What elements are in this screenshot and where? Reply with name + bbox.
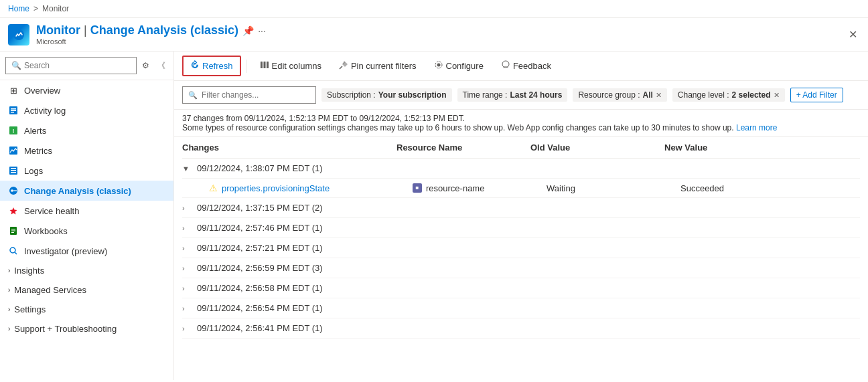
edit-columns-button[interactable]: Edit columns [252,56,329,76]
breadcrumb-home[interactable]: Home [8,4,29,13]
table-group-row[interactable]: › 09/12/2024, 1:37:15 PM EDT (2) [182,198,860,218]
expand-icon: › [182,304,193,312]
group-timestamp: 09/11/2024, 2:56:54 PM EDT (1) [197,303,323,313]
table-group-row[interactable]: ▼ 09/12/2024, 1:38:07 PM EDT (1) [182,159,860,179]
resource-type-icon: ■ [413,183,422,193]
group-timestamp: 09/11/2024, 2:56:58 PM EDT (1) [197,283,323,293]
managed-services-chevron-icon: › [8,286,10,294]
svg-point-26 [437,64,440,67]
configure-button[interactable]: Configure [427,56,491,76]
filter-tag-time-range: Time range : Last 24 hours [457,88,568,102]
svg-point-19 [10,248,15,253]
svg-rect-3 [11,110,16,112]
breadcrumb-current: Monitor [42,4,69,13]
sidebar-group-settings[interactable]: › Settings [0,300,173,319]
edit-columns-label: Edit columns [272,61,321,71]
learn-more-link[interactable]: Learn more [736,123,777,132]
pin-icon[interactable]: 📌 [242,25,254,36]
collapse-icon: ▼ [182,165,193,173]
sidebar-item-overview[interactable]: ⊞ Overview [0,80,173,100]
sidebar-collapse-icon[interactable]: 《 [155,59,168,73]
svg-rect-22 [263,62,265,68]
sidebar-item-label: Change Analysis (classic) [24,186,131,196]
insights-chevron-icon: › [8,267,10,274]
new-value-cell: Succeeded [680,183,860,193]
svg-rect-17 [11,231,15,231]
sidebar-item-label: Logs [24,166,43,176]
page-header: Monitor | Change Analysis (classic) 📌 ··… [0,18,868,52]
add-filter-button[interactable]: + Add Filter [790,88,843,102]
table-group-row[interactable]: › 09/11/2024, 2:56:41 PM EDT (1) [182,318,860,339]
workbooks-icon [8,225,19,236]
expand-icon: › [182,224,193,232]
configure-label: Configure [446,61,484,71]
sidebar-item-workbooks[interactable]: Workbooks [0,221,173,241]
sidebar-item-activity-log[interactable]: Activity log [0,100,173,120]
sidebar-settings-icon[interactable]: ⚙ [139,60,152,72]
sidebar-item-label: Workbooks [24,226,68,236]
filter-tag-change-level: Change level : 2 selected ✕ [672,88,785,102]
sidebar-item-service-health[interactable]: Service health [0,201,173,221]
sidebar-item-label: Overview [24,86,60,96]
table-header: Changes Resource Name Old Value New Valu… [182,137,860,159]
info-summary: 37 changes from 09/11/2024, 1:52:13 PM E… [182,114,860,123]
info-note: Some types of resource configuration set… [182,123,860,132]
service-health-icon [8,205,19,216]
sidebar-item-investigator[interactable]: Investigator (preview) [0,241,173,261]
search-input-wrapper[interactable]: 🔍 [5,57,137,74]
group-timestamp: 09/11/2024, 2:56:41 PM EDT (1) [197,323,323,333]
remove-resource-group-filter[interactable]: ✕ [656,91,662,100]
old-value-cell: Waiting [547,183,680,193]
sidebar-item-alerts[interactable]: ! Alerts [0,120,173,140]
group-timestamp: 09/12/2024, 1:37:15 PM EDT (2) [197,203,323,213]
sidebar-item-logs[interactable]: Logs [0,161,173,181]
svg-rect-11 [11,172,16,173]
sidebar-item-metrics[interactable]: Metrics [0,140,173,161]
refresh-icon [190,60,200,72]
group-timestamp: 09/11/2024, 2:57:21 PM EDT (1) [197,243,323,253]
refresh-button[interactable]: Refresh [182,56,241,76]
sidebar-group-insights[interactable]: › Insights [0,261,173,280]
sidebar-group-label: Settings [14,304,46,314]
pin-icon [339,60,348,72]
filter-input-wrapper[interactable]: 🔍 [182,86,316,104]
sidebar: 🔍 ⚙ 《 ⊞ Overview Activity log ! Alerts [0,52,174,380]
sidebar-group-managed-services[interactable]: › Managed Services [0,280,173,300]
content-area: Refresh Edit columns [174,52,868,380]
more-options-icon[interactable]: ··· [258,25,266,36]
search-input[interactable] [24,61,131,70]
remove-change-level-filter[interactable]: ✕ [774,91,780,100]
sidebar-group-label: Insights [14,266,44,276]
table-group-row[interactable]: › 09/11/2024, 2:57:46 PM EDT (1) [182,218,860,238]
table-group-row[interactable]: › 09/11/2024, 2:57:21 PM EDT (1) [182,238,860,258]
svg-line-20 [15,252,17,254]
change-link[interactable]: properties.provisioningState [222,183,330,193]
group-timestamp: 09/11/2024, 2:56:59 PM EDT (3) [197,263,323,273]
table-container: Changes Resource Name Old Value New Valu… [174,137,868,380]
filter-input[interactable] [202,90,310,100]
resource-name-cell: ■ resource-name [413,183,547,193]
table-group-row[interactable]: › 09/11/2024, 2:56:54 PM EDT (1) [182,298,860,318]
pin-filters-label: Pin current filters [351,61,417,71]
pin-filters-button[interactable]: Pin current filters [332,56,424,76]
filter-tag-resource-group: Resource group : All ✕ [573,88,666,102]
col-changes: Changes [182,142,396,153]
col-new-value: New Value [664,142,860,153]
refresh-label: Refresh [202,61,233,71]
sidebar-item-label: Investigator (preview) [24,246,107,256]
activity-log-icon [8,105,19,116]
support-chevron-icon: › [8,325,10,332]
sidebar-item-label: Metrics [24,146,52,156]
feedback-button[interactable]: Feedback [494,56,559,76]
table-group-row[interactable]: › 09/11/2024, 2:56:58 PM EDT (1) [182,278,860,298]
sidebar-group-label: Support + Troubleshooting [14,324,117,334]
page-provider: Microsoft [36,37,266,45]
table-group-row[interactable]: › 09/11/2024, 2:56:59 PM EDT (3) [182,258,860,278]
close-button[interactable]: ✕ [846,25,860,43]
sidebar-item-label: Alerts [24,126,46,136]
monitor-icon [8,24,29,45]
change-analysis-icon [8,185,19,196]
info-bar: 37 changes from 09/11/2024, 1:52:13 PM E… [174,110,868,137]
sidebar-group-support-troubleshooting[interactable]: › Support + Troubleshooting [0,319,173,339]
sidebar-item-change-analysis[interactable]: Change Analysis (classic) [0,181,173,201]
